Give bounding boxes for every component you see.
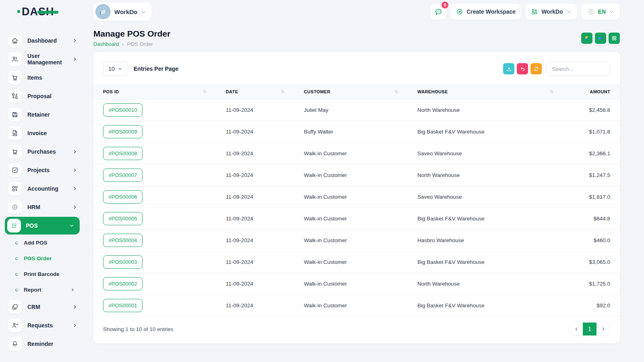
entries-per-page-label: Entries Per Page bbox=[134, 66, 178, 72]
create-workspace-label: Create Workspace bbox=[466, 8, 516, 15]
reset-undo-button[interactable] bbox=[517, 63, 528, 74]
chevron-right-icon bbox=[72, 304, 77, 309]
col-header-pos-id[interactable]: POS ID⇅ bbox=[93, 84, 216, 99]
entries-per-page-value: 10 bbox=[108, 66, 115, 72]
customer-cell: Walk-in Customer bbox=[294, 143, 408, 165]
google-drive-button[interactable] bbox=[581, 33, 592, 44]
pos-id-badge[interactable]: #POS00006 bbox=[103, 190, 142, 204]
warehouse-cell: Saveo Warehouse bbox=[408, 143, 563, 165]
sidebar-subitem-print-barcode[interactable]: Print Barcode bbox=[0, 266, 85, 282]
sidebar-subitem-report[interactable]: Report bbox=[0, 282, 85, 298]
sort-icon: ⇅ bbox=[549, 89, 553, 95]
sidebar-subitem-add-pos[interactable]: Add POS bbox=[0, 235, 85, 251]
customer-cell: Buffy Walter bbox=[294, 121, 408, 143]
language-label: EN bbox=[598, 8, 606, 15]
chevron-down-icon bbox=[69, 223, 74, 228]
pos-id-badge[interactable]: #POS00001 bbox=[103, 299, 142, 312]
sidebar-item-invoice[interactable]: Invoice bbox=[0, 124, 85, 142]
chevron-right-icon bbox=[72, 149, 77, 154]
date-cell: 11-09-2024 bbox=[216, 230, 294, 251]
workspace-avatar bbox=[95, 4, 111, 19]
sidebar-item-label: POS bbox=[26, 222, 64, 229]
search-input[interactable] bbox=[547, 62, 610, 76]
pagination-next-button[interactable] bbox=[597, 323, 610, 335]
sidebar-subitem-label: Add POS bbox=[24, 240, 75, 246]
sidebar-item-purchases[interactable]: Purchases bbox=[0, 142, 85, 161]
building-icon bbox=[99, 7, 107, 16]
sidebar-item-pos[interactable]: POS bbox=[5, 217, 80, 234]
col-header-date[interactable]: DATE⇅ bbox=[216, 84, 294, 99]
entries-per-page-select[interactable]: 10 bbox=[103, 62, 128, 76]
pos-id-badge[interactable]: #POS00010 bbox=[103, 103, 142, 117]
pos-id-badge[interactable]: #POS00007 bbox=[103, 169, 142, 182]
sidebar-subitem-pos-order[interactable]: POS Order bbox=[0, 251, 85, 266]
sidebar-item-proposal[interactable]: Proposal bbox=[0, 87, 85, 105]
warehouse-cell: Big Basket F&V Warehouse bbox=[408, 295, 563, 317]
workdo-menu-label: WorkDo bbox=[541, 8, 563, 15]
sidebar-item-hrm[interactable]: HRM bbox=[0, 198, 85, 216]
table-row: #POS00009 11-09-2024 Buffy Walter Big Ba… bbox=[93, 121, 620, 143]
apps-grid-button[interactable] bbox=[609, 33, 620, 44]
date-cell: 11-09-2024 bbox=[216, 143, 294, 165]
sidebar-subitem-label: POS Order bbox=[24, 255, 75, 261]
chevron-right-icon bbox=[72, 57, 77, 62]
workspace-grid-icon bbox=[531, 8, 538, 15]
chevron-right-icon bbox=[72, 38, 77, 43]
sidebar-item-label: Dashboard bbox=[27, 37, 67, 44]
date-cell: 11-09-2024 bbox=[216, 99, 294, 121]
pos-id-badge[interactable]: #POS00009 bbox=[103, 125, 142, 138]
amount-cell: $1,071.8 bbox=[563, 121, 620, 143]
pos-id-badge[interactable]: #POS00003 bbox=[103, 255, 142, 269]
brand-logo-text: DASH bbox=[22, 6, 54, 18]
col-header-amount[interactable]: AMOUNT bbox=[563, 84, 620, 99]
warehouse-cell: Hasbro Warehouse bbox=[408, 230, 563, 251]
language-selector[interactable]: EN bbox=[581, 4, 620, 20]
pos-id-badge[interactable]: #POS00004 bbox=[103, 234, 142, 247]
export-download-button[interactable] bbox=[503, 63, 514, 74]
messages-button[interactable]: 0 bbox=[430, 4, 446, 20]
pos-order-table: POS ID⇅ DATE⇅ CUSTOMER⇅ WAREHOUSE⇅ AMOUN… bbox=[93, 84, 620, 317]
workspace-switcher[interactable]: WorkDo bbox=[93, 2, 152, 21]
sidebar-item-retainer[interactable]: Retainer bbox=[0, 105, 85, 124]
sidebar-item-accounting[interactable]: Accounting bbox=[0, 179, 85, 198]
sidebar-item-label: Requests bbox=[27, 322, 67, 329]
sidebar-item-reminder[interactable]: Reminder bbox=[0, 335, 85, 353]
chevron-down-icon bbox=[566, 9, 572, 14]
onedrive-button[interactable] bbox=[595, 33, 606, 44]
customer-cell: Juliet May bbox=[294, 99, 408, 121]
pos-id-badge[interactable]: #POS00008 bbox=[103, 147, 142, 160]
col-header-warehouse[interactable]: WAREHOUSE⇅ bbox=[408, 84, 563, 99]
amount-cell: $1,817.0 bbox=[563, 186, 620, 208]
breadcrumb-dashboard-link[interactable]: Dashboard bbox=[93, 41, 119, 47]
create-workspace-button[interactable]: Create Workspace bbox=[450, 4, 521, 20]
date-cell: 11-09-2024 bbox=[216, 165, 294, 186]
sidebar-item-items[interactable]: Items bbox=[0, 68, 85, 87]
pagination-current-page[interactable]: 1 bbox=[583, 323, 597, 335]
warehouse-cell: North Warehouse bbox=[408, 273, 563, 295]
warehouse-cell: Big Basket F&V Warehouse bbox=[408, 251, 563, 273]
customer-cell: Walk-in Customer bbox=[294, 251, 408, 273]
chevron-right-icon bbox=[72, 205, 77, 210]
refresh-icon bbox=[533, 66, 539, 72]
logo-accent-dot bbox=[17, 10, 20, 13]
sidebar-item-crm[interactable]: CRM bbox=[0, 298, 85, 316]
sidebar-item-dashboard[interactable]: Dashboard bbox=[0, 31, 85, 50]
sidebar-item-projects[interactable]: Projects bbox=[0, 161, 85, 179]
sidebar-item-label: HRM bbox=[27, 204, 67, 210]
chevron-down-icon bbox=[118, 66, 123, 72]
table-row: #POS00008 11-09-2024 Walk-in Customer Sa… bbox=[93, 143, 620, 165]
chevron-right-icon bbox=[72, 323, 77, 328]
sidebar-item-label: Projects bbox=[27, 167, 67, 173]
pagination-prev-button[interactable] bbox=[570, 323, 583, 335]
layers-icon bbox=[8, 300, 22, 314]
refresh-button[interactable] bbox=[530, 63, 542, 74]
col-header-customer[interactable]: CUSTOMER⇅ bbox=[294, 84, 408, 99]
amount-cell: $2,458.8 bbox=[563, 99, 620, 121]
workdo-menu-button[interactable]: WorkDo bbox=[525, 4, 577, 20]
chevron-down-icon bbox=[141, 9, 146, 14]
pos-id-badge[interactable]: #POS00002 bbox=[103, 277, 142, 290]
pos-id-badge[interactable]: #POS00005 bbox=[103, 212, 142, 225]
sidebar-item-user-management[interactable]: User Management bbox=[0, 50, 85, 68]
sidebar-item-label: Purchases bbox=[27, 148, 67, 155]
sidebar-item-requests[interactable]: Requests bbox=[0, 316, 85, 335]
